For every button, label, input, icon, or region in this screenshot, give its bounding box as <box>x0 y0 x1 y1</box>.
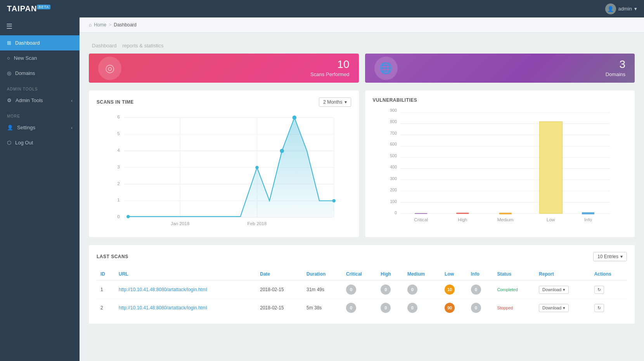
user-avatar: 👤 <box>605 3 616 14</box>
download-button[interactable]: Download ▾ <box>539 304 569 312</box>
svg-text:600: 600 <box>390 142 397 146</box>
sidebar-item-dashboard[interactable]: ⊞ Dashboard <box>0 35 80 50</box>
sidebar-item-admin-tools[interactable]: ⚙ Admin Tools ‹ <box>0 93 80 108</box>
svg-rect-44 <box>415 213 427 214</box>
svg-text:Medium: Medium <box>497 217 513 222</box>
url-link[interactable]: http://10.10.41.48:8080/artattack/login.… <box>119 305 207 311</box>
medium-badge: 0 <box>407 285 417 295</box>
domains-number: 3 <box>606 59 625 70</box>
svg-point-18 <box>255 166 259 169</box>
sidebar-item-logout[interactable]: ⬡ Log Out <box>0 135 80 150</box>
cell-id: 1 <box>97 280 115 299</box>
cell-medium: 0 <box>403 280 441 299</box>
cell-status: Completed <box>493 280 535 299</box>
download-button[interactable]: Download ▾ <box>539 286 569 294</box>
cell-date: 2018-02-15 <box>256 299 303 317</box>
sidebar-label-domains: Domains <box>15 70 35 76</box>
scans-chart-header: SCANS IN TIME 2 Months ▾ <box>97 97 351 107</box>
scans-chart-filter[interactable]: 2 Months ▾ <box>319 97 351 107</box>
domains-globe-icon: 🌐 <box>374 57 398 80</box>
filter-label: 2 Months <box>323 99 342 105</box>
col-status: Status <box>493 268 535 280</box>
charts-row: SCANS IN TIME 2 Months ▾ 0 1 2 3 <box>80 90 644 245</box>
entries-chevron-icon: ▾ <box>620 254 623 259</box>
info-badge: 0 <box>471 303 481 313</box>
more-section-label: MORE <box>0 108 80 120</box>
svg-text:4: 4 <box>117 148 120 153</box>
cell-high: 0 <box>377 280 403 299</box>
sidebar-item-settings[interactable]: 👤 Settings ‹ <box>0 120 80 135</box>
filter-chevron-icon: ▾ <box>345 99 347 105</box>
sidebar-label-new-scan: New Scan <box>14 55 37 61</box>
svg-text:5: 5 <box>117 131 120 136</box>
scans-label: Scans Performed <box>310 71 349 77</box>
col-actions: Actions <box>590 268 627 280</box>
domains-content: 3 Domains <box>606 59 625 77</box>
cell-report: Download ▾ <box>535 280 590 299</box>
vuln-chart-area: 0 100 200 300 400 500 600 700 800 900 <box>373 108 627 226</box>
cell-url: http://10.10.41.48:8080/artattack/login.… <box>115 299 256 317</box>
domains-label: Domains <box>606 71 625 77</box>
svg-text:1: 1 <box>117 197 120 202</box>
svg-text:100: 100 <box>390 199 397 204</box>
col-low: Low <box>441 268 467 280</box>
settings-chevron-icon: ‹ <box>71 125 73 130</box>
svg-text:Jan 2018: Jan 2018 <box>171 221 190 226</box>
svg-text:500: 500 <box>390 153 397 158</box>
cell-critical: 0 <box>342 299 377 317</box>
cell-url: http://10.10.41.48:8080/artattack/login.… <box>115 280 256 299</box>
critical-badge: 0 <box>346 285 356 295</box>
col-info: Info <box>467 268 493 280</box>
cell-date: 2018-02-15 <box>256 280 303 299</box>
cell-status: Stopped <box>493 299 535 317</box>
cell-duration: 31m 49s <box>303 280 342 299</box>
hamburger-icon[interactable]: ☰ <box>0 17 80 35</box>
cell-high: 0 <box>377 299 403 317</box>
breadcrumb-home[interactable]: Home <box>94 22 106 28</box>
col-duration: Duration <box>303 268 342 280</box>
main-content: ⌂ Home > Dashboard Dashboard reports & s… <box>80 17 644 361</box>
status-label: Completed <box>497 287 518 292</box>
svg-text:6: 6 <box>117 114 120 119</box>
col-date: Date <box>256 268 303 280</box>
sidebar-item-new-scan[interactable]: ○ New Scan <box>0 50 80 66</box>
download-label: Download <box>542 287 561 292</box>
refresh-button[interactable]: ↻ <box>594 304 604 312</box>
stat-cards: ◎ 10 Scans Performed 🌐 3 Domains <box>80 54 644 90</box>
refresh-button[interactable]: ↻ <box>594 286 604 294</box>
breadcrumb-current: Dashboard <box>114 22 137 28</box>
svg-text:Feb 2018: Feb 2018 <box>248 221 267 226</box>
svg-text:700: 700 <box>390 131 397 135</box>
critical-badge: 0 <box>346 303 356 313</box>
col-critical: Critical <box>342 268 377 280</box>
admin-tools-chevron-icon: ‹ <box>71 98 73 103</box>
user-menu[interactable]: 👤 admin ▾ <box>605 3 637 14</box>
entries-label: 10 Entries <box>597 254 618 259</box>
table-row: 1 http://10.10.41.48:8080/artattack/logi… <box>97 280 627 299</box>
svg-text:2: 2 <box>117 181 120 186</box>
svg-text:400: 400 <box>390 165 397 169</box>
cell-info: 0 <box>467 299 493 317</box>
cell-actions: ↻ <box>590 280 627 299</box>
scans-chart-card: SCANS IN TIME 2 Months ▾ 0 1 2 3 <box>89 90 359 237</box>
svg-rect-47 <box>539 121 562 213</box>
sidebar-label-dashboard: Dashboard <box>15 40 40 46</box>
svg-text:0: 0 <box>395 210 397 215</box>
table-row: 2 http://10.10.41.48:8080/artattack/logi… <box>97 299 627 317</box>
app-logo: TAIPANBETA <box>7 4 50 13</box>
stat-card-domains: 🌐 3 Domains <box>365 54 635 83</box>
domains-icon: ◎ <box>7 70 11 76</box>
svg-point-17 <box>126 215 130 219</box>
svg-text:High: High <box>458 217 467 222</box>
url-link[interactable]: http://10.10.41.48:8080/artattack/login.… <box>119 287 207 292</box>
scans-chart-title: SCANS IN TIME <box>97 99 134 105</box>
entries-select[interactable]: 10 Entries ▾ <box>593 252 627 261</box>
stat-card-scans: ◎ 10 Scans Performed <box>89 54 359 83</box>
svg-rect-46 <box>499 213 511 214</box>
sidebar-item-domains[interactable]: ◎ Domains <box>0 66 80 81</box>
username-label: admin <box>618 6 632 12</box>
status-label: Stopped <box>497 305 513 310</box>
scans-chart-area: 0 1 2 3 4 5 6 <box>97 112 351 230</box>
user-chevron-icon: ▾ <box>634 6 637 12</box>
cell-critical: 0 <box>342 280 377 299</box>
